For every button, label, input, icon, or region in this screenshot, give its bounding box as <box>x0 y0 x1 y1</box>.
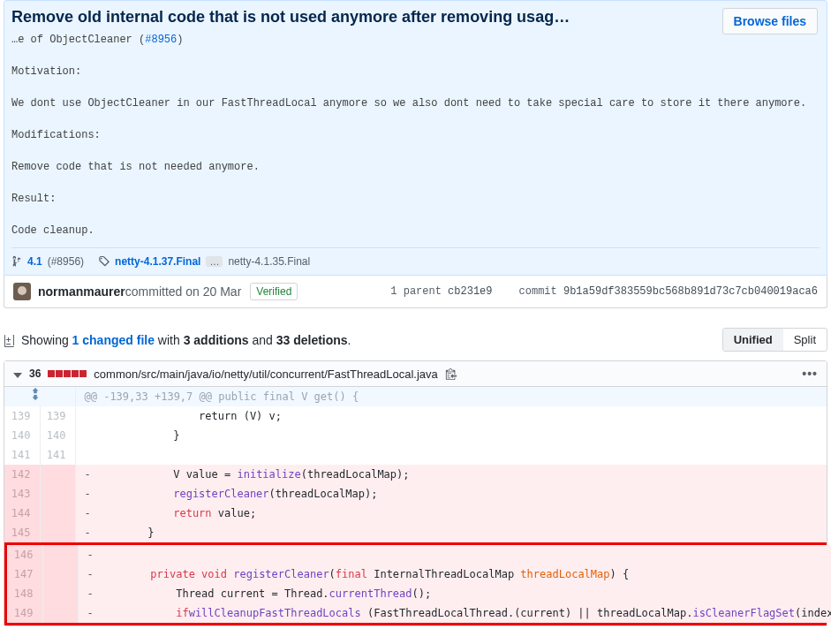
commit-time: committed on 20 Mar <box>125 284 242 299</box>
code-content: - registerCleaner(threadLocalMap); <box>75 484 827 504</box>
line-number-new[interactable]: 139 <box>40 406 75 426</box>
branch-tag-row: 4.1 (#8956) netty-4.1.37.Final … netty-4… <box>11 247 820 275</box>
file-diff: 36 common/src/main/java/io/netty/util/co… <box>4 360 827 626</box>
line-number-new[interactable] <box>40 484 75 504</box>
author-name[interactable]: normanmaurer <box>38 284 125 299</box>
expand-hunk-icon[interactable] <box>4 387 75 406</box>
commit-hash: 9b1a59df383559bc568b891d73c7cb040019aca6 <box>563 285 818 298</box>
line-number-old[interactable]: 144 <box>4 504 40 523</box>
file-path[interactable]: common/src/main/java/io/netty/util/concu… <box>94 367 437 381</box>
code-content: - V value = initialize(threadLocalMap); <box>75 465 827 484</box>
avatar[interactable] <box>13 283 31 300</box>
commit-header: Browse files Remove old internal code th… <box>4 0 827 276</box>
change-count: 36 <box>29 367 41 380</box>
changed-files-link[interactable]: 1 changed file <box>72 333 155 347</box>
code-content: - return value; <box>75 504 827 523</box>
code-content <box>75 445 827 465</box>
branch-link[interactable]: 4.1 <box>27 255 42 268</box>
highlighted-region: 146-147- private void registerCleaner(fi… <box>4 542 827 625</box>
line-number-new[interactable]: 140 <box>40 426 75 445</box>
line-number-old[interactable]: 148 <box>7 584 42 603</box>
code-content: - Thread current = Thread.currentThread(… <box>78 584 831 603</box>
file-header: 36 common/src/main/java/io/netty/util/co… <box>4 361 827 387</box>
code-content: - private void registerCleaner(final Int… <box>78 564 831 584</box>
line-number-new[interactable]: 141 <box>40 445 75 465</box>
tag-link-1[interactable]: netty-4.1.37.Final <box>115 255 200 268</box>
diff-table: @@ -139,33 +139,7 @@ public final V get(… <box>4 387 827 542</box>
line-number-new[interactable] <box>42 545 78 564</box>
view-toggle: Unified Split <box>722 328 827 352</box>
branch-suffix: (#8956) <box>48 255 84 268</box>
unified-tab[interactable]: Unified <box>723 329 783 351</box>
line-number-new[interactable] <box>42 564 78 584</box>
commit-description: …e of ObjectCleaner (#8956) Motivation: … <box>11 32 820 239</box>
code-content: return (V) v; <box>75 406 827 426</box>
tag-ellipsis[interactable]: … <box>206 256 223 267</box>
branch-icon <box>11 255 22 268</box>
diff-line-deleted: 145- } <box>4 523 827 542</box>
code-content: } <box>75 426 827 445</box>
file-more-button[interactable]: ••• <box>802 367 818 381</box>
line-number-old[interactable]: 143 <box>4 484 40 504</box>
code-content: - ifwillCleanupFastThreadLocals (FastThr… <box>78 603 831 623</box>
split-tab[interactable]: Split <box>783 329 827 351</box>
code-content: - <box>78 545 831 564</box>
diff-line-deleted: 142- V value = initialize(threadLocalMap… <box>4 465 827 484</box>
line-number-old[interactable]: 145 <box>4 523 40 542</box>
code-content: - } <box>75 523 827 542</box>
diff-line-deleted: 148- Thread current = Thread.currentThre… <box>7 584 831 603</box>
line-number-new[interactable] <box>40 523 75 542</box>
line-number-new[interactable] <box>42 584 78 603</box>
diff-line-context: 140140 } <box>4 426 827 445</box>
verified-badge[interactable]: Verified <box>250 283 298 300</box>
collapse-toggle[interactable] <box>13 367 22 381</box>
line-number-new[interactable] <box>40 504 75 523</box>
diff-line-deleted: 143- registerCleaner(threadLocalMap); <box>4 484 827 504</box>
commit-title: Remove old internal code that is not use… <box>11 8 820 27</box>
line-number-old[interactable]: 140 <box>4 426 40 445</box>
parent-hash[interactable]: cb231e9 <box>448 285 492 298</box>
hunk-header: @@ -139,33 +139,7 @@ public final V get(… <box>4 387 827 406</box>
line-number-new[interactable] <box>40 465 75 484</box>
tag-icon <box>98 255 110 268</box>
browse-files-button[interactable]: Browse files <box>722 8 818 34</box>
line-number-old[interactable]: 146 <box>7 545 42 564</box>
line-number-old[interactable]: 147 <box>7 564 42 584</box>
commit-meta: 1 parent cb231e9 commit 9b1a59df383559bc… <box>390 285 818 298</box>
line-number-old[interactable]: 139 <box>4 406 40 426</box>
line-number-new[interactable] <box>42 603 78 623</box>
diff-icon <box>4 333 16 347</box>
tag-link-2[interactable]: netty-4.1.35.Final <box>228 255 310 268</box>
diff-stat-blocks <box>48 370 87 377</box>
pr-link[interactable]: #8956 <box>145 34 177 46</box>
diff-line-deleted: 144- return value; <box>4 504 827 523</box>
diff-line-context: 139139 return (V) v; <box>4 406 827 426</box>
diff-line-deleted: 146- <box>7 545 831 564</box>
diff-table-highlight: 146-147- private void registerCleaner(fi… <box>7 545 831 623</box>
line-number-old[interactable]: 149 <box>7 603 42 623</box>
diffstat-text: Showing 1 changed file with 3 additions … <box>21 333 351 347</box>
diffstat-row: Showing 1 changed file with 3 additions … <box>4 328 827 352</box>
diff-line-deleted: 147- private void registerCleaner(final … <box>7 564 831 584</box>
line-number-old[interactable]: 141 <box>4 445 40 465</box>
diff-line-deleted: 149- ifwillCleanupFastThreadLocals (Fast… <box>7 603 831 623</box>
line-number-old[interactable]: 142 <box>4 465 40 484</box>
hunk-text: @@ -139,33 +139,7 @@ public final V get(… <box>75 387 827 406</box>
author-bar: normanmaurer committed on 20 Mar Verifie… <box>4 276 827 308</box>
copy-path-icon[interactable] <box>445 367 457 380</box>
diff-line-context: 141141 <box>4 445 827 465</box>
